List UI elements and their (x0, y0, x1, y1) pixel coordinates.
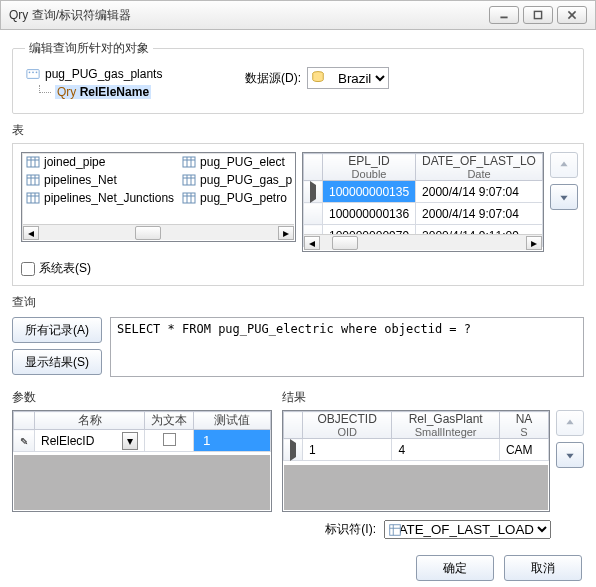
target-fieldset: 编辑查询所针对的对象 pug_PUG_gas_plants Qry RelEle… (12, 40, 584, 114)
svg-point-6 (32, 71, 34, 73)
results-down-button[interactable] (556, 442, 584, 468)
scroll-thumb[interactable] (332, 236, 358, 250)
dataset-icon (25, 67, 41, 81)
preview-row[interactable]: 1000000001352000/4/14 9:07:04 (304, 181, 543, 203)
cancel-button[interactable]: 取消 (504, 555, 582, 581)
target-legend: 编辑查询所针对的对象 (25, 40, 153, 57)
maximize-button[interactable] (523, 6, 553, 24)
preview-hscroll[interactable]: ◂ ▸ (304, 234, 542, 250)
tables-label: 表 (12, 122, 584, 139)
database-icon (311, 70, 327, 86)
param-name-dropdown[interactable]: ▾ (122, 432, 138, 450)
systables-checkbox[interactable]: 系统表(S) (21, 260, 575, 277)
svg-rect-1 (534, 11, 541, 18)
svg-rect-33 (390, 525, 401, 536)
window-title: Qry 查询/标识符编辑器 (9, 7, 485, 24)
column-icon (388, 523, 404, 539)
table-item[interactable]: pug_PUG_gas_p (178, 171, 296, 189)
svg-point-7 (36, 71, 38, 73)
preview-row[interactable]: 1000000001362000/4/14 9:07:04 (304, 203, 543, 225)
ok-button[interactable]: 确定 (416, 555, 494, 581)
table-icon (26, 155, 40, 169)
astext-checkbox[interactable] (163, 433, 176, 446)
table-list-hscroll[interactable]: ◂ ▸ (23, 224, 294, 240)
tables-area: joined_pipepipelines_Netpipelines_Net_Ju… (12, 143, 584, 286)
table-item[interactable]: joined_pipe (22, 153, 178, 171)
move-down-button[interactable] (550, 184, 578, 210)
results-empty-area (284, 465, 548, 510)
svg-rect-9 (27, 157, 39, 167)
table-item[interactable]: pipelines_Net (22, 171, 178, 189)
row-pointer-icon (310, 181, 316, 203)
table-icon (26, 191, 40, 205)
table-item[interactable]: pug_PUG_petro (178, 189, 296, 207)
identifier-label: 标识符(I): (325, 521, 376, 538)
table-preview-grid[interactable]: EPL_IDDouble DATE_OF_LAST_LODate 1000000… (302, 152, 544, 252)
table-item[interactable]: pug_PUG_elect (178, 153, 296, 171)
results-label: 结果 (282, 389, 584, 406)
edit-indicator-icon: ✎ (20, 436, 28, 447)
tree-child-name: RelEleName (80, 85, 149, 99)
systables-input[interactable] (21, 262, 35, 276)
test-value-input[interactable] (200, 431, 264, 451)
table-list[interactable]: joined_pipepipelines_Netpipelines_Net_Ju… (21, 152, 296, 242)
svg-point-5 (29, 71, 31, 73)
datasource-label: 数据源(D): (245, 70, 301, 87)
sql-textarea[interactable]: SELECT * FROM pug_PUG_electric where obj… (110, 317, 584, 377)
svg-rect-13 (27, 175, 39, 185)
svg-rect-25 (183, 175, 195, 185)
scroll-left-icon[interactable]: ◂ (304, 236, 320, 250)
show-results-button[interactable]: 显示结果(S) (12, 349, 102, 375)
svg-rect-21 (183, 157, 195, 167)
title-bar: Qry 查询/标识符编辑器 (0, 0, 596, 30)
move-up-button[interactable] (550, 152, 578, 178)
minimize-button[interactable] (489, 6, 519, 24)
all-records-button[interactable]: 所有记录(A) (12, 317, 102, 343)
table-icon (182, 173, 196, 187)
results-grid[interactable]: OBJECTIDOID Rel_GasPlantSmallInteger NAS… (282, 410, 550, 512)
tree-root-label: pug_PUG_gas_plants (45, 67, 162, 81)
tree-root[interactable]: pug_PUG_gas_plants (25, 67, 225, 81)
param-row[interactable]: ✎ RelElecID▾ (14, 430, 271, 452)
query-label: 查询 (12, 294, 584, 311)
table-icon (26, 173, 40, 187)
scroll-thumb[interactable] (135, 226, 161, 240)
tree-connector (39, 85, 51, 93)
params-grid[interactable]: 名称 为文本 测试值 ✎ RelElecID▾ (12, 410, 272, 512)
close-button[interactable] (557, 6, 587, 24)
svg-rect-17 (27, 193, 39, 203)
params-label: 参数 (12, 389, 272, 406)
table-item[interactable]: pipelines_Net_Junctions (22, 189, 178, 207)
scroll-left-icon[interactable]: ◂ (23, 226, 39, 240)
result-row[interactable]: 1 4 CAM (284, 439, 549, 461)
table-icon (182, 191, 196, 205)
results-up-button[interactable] (556, 410, 584, 436)
svg-rect-29 (183, 193, 195, 203)
svg-rect-4 (27, 70, 39, 79)
params-empty-area (14, 455, 270, 510)
identifier-select[interactable]: DATE_OF_LAST_LOAD (384, 520, 551, 539)
tree-child[interactable]: Qry RelEleName (25, 85, 225, 99)
row-pointer-icon (290, 439, 296, 461)
scroll-right-icon[interactable]: ▸ (278, 226, 294, 240)
table-icon (182, 155, 196, 169)
scroll-right-icon[interactable]: ▸ (526, 236, 542, 250)
tree-child-prefix: Qry (57, 85, 76, 99)
